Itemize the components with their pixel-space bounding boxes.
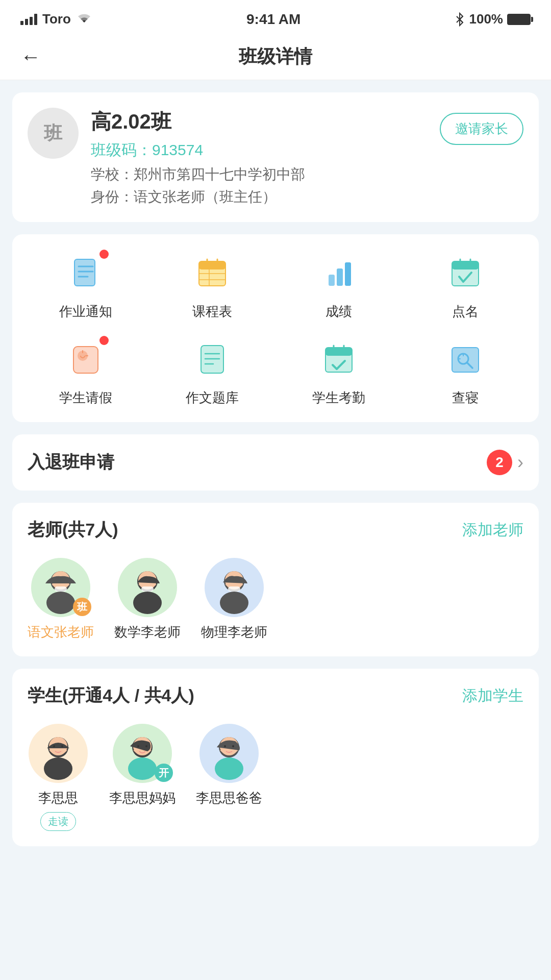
svg-point-69 (232, 745, 234, 747)
status-right: 100% (455, 11, 531, 27)
svg-point-60 (128, 757, 157, 780)
enrollment-chevron: › (517, 452, 523, 473)
back-button[interactable]: ← (20, 45, 41, 68)
teacher-name-0: 语文张老师 (28, 623, 94, 641)
menu-item-grades[interactable]: 成绩 (276, 250, 402, 321)
enrollment-count: 2 (487, 450, 512, 475)
teachers-section: 老师(共7人) 添加老师 班 语文张老师 (12, 503, 539, 656)
menu-label-leave: 学生请假 (59, 389, 112, 407)
student-name-2: 李思思爸爸 (196, 789, 262, 807)
teachers-title: 老师(共7人) (28, 518, 118, 542)
leave-badge (99, 336, 109, 345)
svg-rect-13 (329, 275, 335, 286)
student-item-0[interactable]: 李思思 走读 (28, 723, 89, 831)
class-icon: 班 (28, 108, 79, 159)
student-avatar-2 (198, 723, 260, 784)
menu-label-checkin: 学生考勤 (312, 389, 365, 407)
class-name: 高2.02班 (91, 108, 428, 136)
menu-item-attendance[interactable]: 点名 (402, 250, 529, 321)
svg-point-54 (44, 757, 72, 780)
svg-point-62 (137, 745, 139, 747)
svg-rect-32 (452, 348, 479, 372)
student-name-0: 李思思 (38, 789, 78, 807)
svg-point-56 (53, 745, 55, 747)
bluetooth-icon (455, 12, 465, 27)
teacher-item-0[interactable]: 班 语文张老师 (28, 557, 94, 641)
svg-rect-15 (345, 262, 351, 286)
student-avatar-0 (28, 723, 89, 784)
student-name-1: 李思思妈妈 (109, 789, 176, 807)
teacher-avatar-1 (117, 557, 178, 618)
menu-item-homework[interactable]: 作业通知 (22, 250, 149, 321)
battery-percent: 100% (469, 11, 503, 27)
status-left: Toro (20, 11, 92, 27)
students-section: 学生(开通4人 / 共4人) 添加学生 李思思 走读 (12, 669, 539, 846)
enrollment-title: 入退班申请 (28, 451, 114, 474)
student-badge-1: 开 (155, 764, 173, 782)
add-student-button[interactable]: 添加学生 (462, 685, 523, 706)
teacher-name-1: 数学李老师 (114, 623, 181, 641)
menu-item-dormitory[interactable]: 查寝 (402, 336, 529, 407)
svg-point-44 (133, 592, 162, 614)
teacher-badge-0: 班 (73, 598, 91, 616)
status-time: 9:41 AM (246, 11, 300, 28)
svg-point-68 (224, 745, 226, 747)
students-title: 学生(开通4人 / 共4人) (28, 684, 194, 707)
nav-bar: ← 班级详情 (0, 34, 551, 80)
enrollment-right: 2 › (487, 450, 523, 475)
teacher-item-1[interactable]: 数学李老师 (114, 557, 181, 641)
menu-label-attendance: 点名 (452, 303, 479, 321)
class-details: 高2.02班 班级码：913574 学校：郑州市第四十七中学初中部 身份：语文张… (91, 108, 428, 207)
svg-rect-17 (452, 261, 479, 270)
page-title: 班级详情 (239, 44, 312, 69)
menu-label-essay: 作文题库 (186, 389, 239, 407)
svg-rect-46 (141, 586, 154, 592)
menu-card: 作业通知 课程表 (12, 234, 539, 422)
menu-item-essay[interactable]: 作文题库 (149, 336, 276, 407)
menu-label-homework: 作业通知 (59, 303, 112, 321)
menu-item-leave[interactable]: 学生请假 (22, 336, 149, 407)
svg-rect-29 (325, 348, 352, 356)
teacher-name-2: 物理李老师 (201, 623, 267, 641)
wifi-icon (76, 13, 92, 26)
class-code: 班级码：913574 (91, 140, 428, 161)
svg-rect-51 (228, 586, 240, 592)
svg-rect-7 (199, 261, 226, 270)
svg-point-66 (215, 757, 243, 780)
class-role: 身份：语文张老师（班主任） (91, 187, 428, 207)
student-item-2[interactable]: 李思思爸爸 (196, 723, 262, 831)
signal-icon (20, 14, 37, 25)
enrollment-section[interactable]: 入退班申请 2 › (12, 434, 539, 491)
svg-point-63 (145, 745, 147, 747)
menu-label-dormitory: 查寝 (452, 389, 479, 407)
student-tag-0: 走读 (40, 812, 76, 831)
svg-rect-2 (74, 259, 95, 286)
svg-point-39 (46, 592, 75, 614)
svg-rect-41 (55, 586, 67, 592)
student-item-1[interactable]: 开 李思思妈妈 (109, 723, 176, 831)
menu-grid: 作业通知 课程表 (22, 250, 529, 407)
menu-label-grades: 成绩 (325, 303, 352, 321)
menu-label-schedule: 课程表 (192, 303, 232, 321)
status-bar: Toro 9:41 AM 100% (0, 0, 551, 34)
battery-icon (507, 14, 531, 25)
menu-item-checkin[interactable]: 学生考勤 (276, 336, 402, 407)
svg-point-57 (61, 745, 63, 747)
svg-point-49 (220, 592, 248, 614)
class-info-card: 班 高2.02班 班级码：913574 学校：郑州市第四十七中学初中部 身份：语… (12, 92, 539, 222)
teacher-avatar-2 (204, 557, 265, 618)
invite-parent-button[interactable]: 邀请家长 (440, 113, 523, 145)
add-teacher-button[interactable]: 添加老师 (462, 520, 523, 541)
teachers-list: 班 语文张老师 数学李老师 (28, 557, 523, 641)
svg-rect-14 (337, 268, 343, 286)
menu-item-schedule[interactable]: 课程表 (149, 250, 276, 321)
teacher-item-2[interactable]: 物理李老师 (201, 557, 267, 641)
students-list: 李思思 走读 开 李思思妈妈 (28, 723, 523, 831)
homework-badge (99, 250, 109, 259)
carrier-text: Toro (42, 11, 71, 27)
class-school: 学校：郑州市第四十七中学初中部 (91, 165, 428, 184)
